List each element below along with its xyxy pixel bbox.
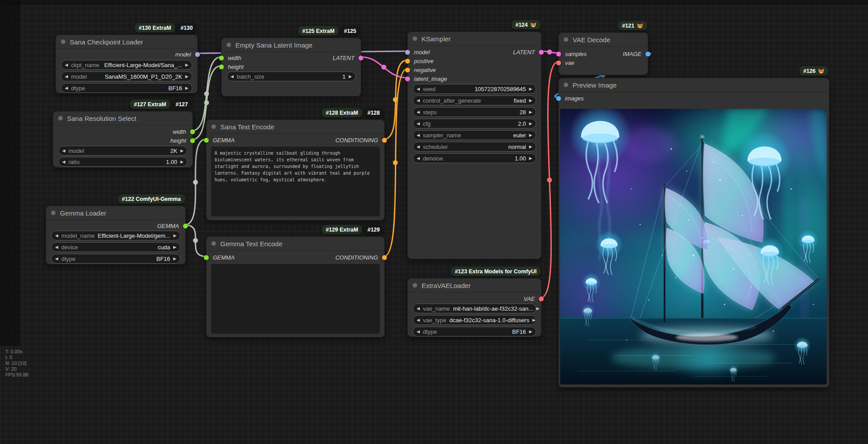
prompt-text-area[interactable] bbox=[211, 264, 380, 334]
collapse-dot[interactable] bbox=[413, 283, 417, 288]
increment-arrow-icon[interactable]: ▶ bbox=[185, 75, 188, 79]
increment-arrow-icon[interactable]: ▶ bbox=[180, 160, 183, 164]
node-sana-text-encode[interactable]: Sana Text Encode GEMMA CONDITIONING A ma… bbox=[206, 120, 385, 220]
decrement-arrow-icon[interactable]: ◀ bbox=[62, 149, 65, 153]
node-header[interactable]: Sana Resolution Select bbox=[53, 112, 192, 125]
input-port-positive[interactable] bbox=[405, 59, 410, 64]
collapse-dot[interactable] bbox=[413, 36, 417, 41]
node-header[interactable]: KSampler bbox=[408, 32, 541, 46]
widget-device[interactable]: ◀ device cuda ▶ bbox=[51, 242, 180, 252]
increment-arrow-icon[interactable]: ▶ bbox=[173, 257, 176, 261]
node-ksampler[interactable]: KSampler model LATENT positive negative … bbox=[407, 32, 542, 259]
decrement-arrow-icon[interactable]: ◀ bbox=[417, 156, 420, 160]
decrement-arrow-icon[interactable]: ◀ bbox=[417, 133, 420, 137]
decrement-arrow-icon[interactable]: ◀ bbox=[62, 160, 65, 164]
increment-arrow-icon[interactable]: ▶ bbox=[173, 245, 176, 249]
increment-arrow-icon[interactable]: ▶ bbox=[529, 133, 532, 137]
increment-arrow-icon[interactable]: ▶ bbox=[173, 234, 176, 238]
output-port-conditioning[interactable] bbox=[382, 138, 387, 143]
widget-dtype[interactable]: ◀ dtype BF16 ▶ bbox=[61, 83, 192, 93]
increment-arrow-icon[interactable]: ▶ bbox=[536, 307, 539, 311]
link-dot-gemma-2[interactable] bbox=[193, 238, 198, 243]
decrement-arrow-icon[interactable]: ◀ bbox=[417, 122, 420, 126]
node-preview-image[interactable]: Preview Image images bbox=[558, 78, 829, 388]
increment-arrow-icon[interactable]: ▶ bbox=[532, 318, 535, 322]
collapse-dot[interactable] bbox=[211, 241, 216, 246]
increment-arrow-icon[interactable]: ▶ bbox=[529, 156, 532, 160]
input-port-gemma[interactable] bbox=[204, 255, 209, 260]
output-port-conditioning[interactable] bbox=[382, 255, 387, 260]
input-port-width[interactable] bbox=[219, 56, 224, 60]
widget-ratio[interactable]: ◀ ratio 1.00 ▶ bbox=[58, 157, 187, 167]
increment-arrow-icon[interactable]: ▶ bbox=[529, 330, 532, 334]
node-header[interactable]: Sana Text Encode bbox=[207, 120, 384, 134]
increment-arrow-icon[interactable]: ▶ bbox=[529, 99, 532, 103]
decrement-arrow-icon[interactable]: ◀ bbox=[417, 318, 420, 322]
node-sana-resolution-select[interactable]: Sana Resolution Select width height ◀ mo… bbox=[53, 111, 193, 168]
increment-arrow-icon[interactable]: ▶ bbox=[185, 63, 188, 67]
input-port-vae[interactable] bbox=[556, 60, 561, 65]
decrement-arrow-icon[interactable]: ◀ bbox=[417, 99, 420, 103]
input-port-samples[interactable] bbox=[556, 52, 561, 56]
output-port-height[interactable] bbox=[190, 138, 195, 143]
node-sana-checkpoint-loader[interactable]: Sana Checkpoint Loader model ◀ ckpt_name… bbox=[56, 35, 198, 93]
decrement-arrow-icon[interactable]: ◀ bbox=[417, 330, 420, 334]
output-port-model[interactable] bbox=[195, 52, 200, 57]
output-port-latent[interactable] bbox=[358, 56, 363, 60]
collapse-dot[interactable] bbox=[58, 116, 63, 120]
node-vae-decode[interactable]: VAE Decode samples IMAGE vae bbox=[558, 32, 648, 75]
input-port-images[interactable] bbox=[556, 96, 561, 101]
widget-denoise[interactable]: ◀ denoise 1.00 ▶ bbox=[413, 153, 536, 163]
decrement-arrow-icon[interactable]: ◀ bbox=[55, 257, 58, 261]
output-port-gemma[interactable] bbox=[183, 224, 188, 228]
input-port-latent-image[interactable] bbox=[405, 76, 410, 81]
output-port-vae[interactable] bbox=[539, 296, 544, 301]
link-dot-height[interactable] bbox=[204, 100, 209, 105]
increment-arrow-icon[interactable]: ▶ bbox=[180, 149, 183, 153]
widget-steps[interactable]: ◀ steps 28 ▶ bbox=[413, 107, 536, 117]
increment-arrow-icon[interactable]: ▶ bbox=[529, 87, 532, 91]
decrement-arrow-icon[interactable]: ◀ bbox=[231, 75, 234, 79]
widget-control-after-generate[interactable]: ◀ control_after_generate fixed ▶ bbox=[413, 96, 536, 105]
collapse-dot[interactable] bbox=[564, 83, 568, 87]
node-header[interactable]: ExtraVAELoader bbox=[408, 279, 541, 292]
input-port-model[interactable] bbox=[405, 50, 410, 55]
node-empty-sana-latent-image[interactable]: Empty Sana Latent Image width LATENT hei… bbox=[221, 38, 361, 96]
decrement-arrow-icon[interactable]: ◀ bbox=[417, 87, 420, 91]
node-header[interactable]: Gemma Loader bbox=[46, 206, 185, 220]
widget-cfg[interactable]: ◀ cfg 2.0 ▶ bbox=[413, 119, 536, 128]
widget-scheduler[interactable]: ◀ scheduler normal ▶ bbox=[413, 142, 536, 152]
decrement-arrow-icon[interactable]: ◀ bbox=[65, 86, 68, 90]
widget-vae-name[interactable]: ◀ vae_name mit-han-lab/dc-ae-f32c32-san.… bbox=[413, 304, 536, 313]
widget-seed[interactable]: ◀ seed 1057228702589645 ▶ bbox=[413, 84, 536, 94]
node-header[interactable]: VAE Decode bbox=[559, 33, 648, 47]
output-port-width[interactable] bbox=[190, 129, 195, 134]
collapse-dot[interactable] bbox=[51, 211, 56, 215]
node-gemma-loader[interactable]: Gemma Loader GEMMA ◀ model_name Efficien… bbox=[46, 206, 186, 264]
decrement-arrow-icon[interactable]: ◀ bbox=[65, 75, 68, 79]
widget-model-name[interactable]: ◀ model_name Efficient-Large-Model/gem..… bbox=[51, 231, 180, 240]
increment-arrow-icon[interactable]: ▶ bbox=[185, 86, 188, 90]
increment-arrow-icon[interactable]: ▶ bbox=[529, 122, 532, 126]
decrement-arrow-icon[interactable]: ◀ bbox=[55, 245, 58, 249]
prompt-text-area[interactable]: A majestic crystalline sailboat gliding … bbox=[211, 147, 380, 216]
collapse-dot[interactable] bbox=[211, 124, 216, 129]
collapse-dot[interactable] bbox=[61, 40, 65, 44]
link-dot-gemma-1[interactable] bbox=[193, 180, 198, 185]
link-dot-latent-2[interactable] bbox=[547, 50, 552, 55]
input-port-height[interactable] bbox=[219, 64, 224, 69]
collapse-dot[interactable] bbox=[227, 43, 231, 47]
increment-arrow-icon[interactable]: ▶ bbox=[529, 110, 532, 114]
decrement-arrow-icon[interactable]: ◀ bbox=[417, 145, 420, 149]
node-header[interactable]: Gemma Text Encode bbox=[207, 237, 384, 251]
decrement-arrow-icon[interactable]: ◀ bbox=[417, 307, 420, 311]
decrement-arrow-icon[interactable]: ◀ bbox=[417, 110, 420, 114]
increment-arrow-icon[interactable]: ▶ bbox=[529, 145, 532, 149]
node-header[interactable]: Preview Image bbox=[559, 78, 829, 92]
graph-canvas[interactable]: #130 ExtraM #130 #125 ExtraM #125 #127 E… bbox=[0, 0, 868, 444]
node-header[interactable]: Sana Checkpoint Loader bbox=[56, 35, 197, 49]
collapse-dot[interactable] bbox=[564, 37, 568, 42]
increment-arrow-icon[interactable]: ▶ bbox=[349, 75, 352, 79]
node-gemma-text-encode[interactable]: Gemma Text Encode GEMMA CONDITIONING bbox=[206, 236, 385, 337]
link-dot-vae[interactable] bbox=[547, 178, 552, 183]
